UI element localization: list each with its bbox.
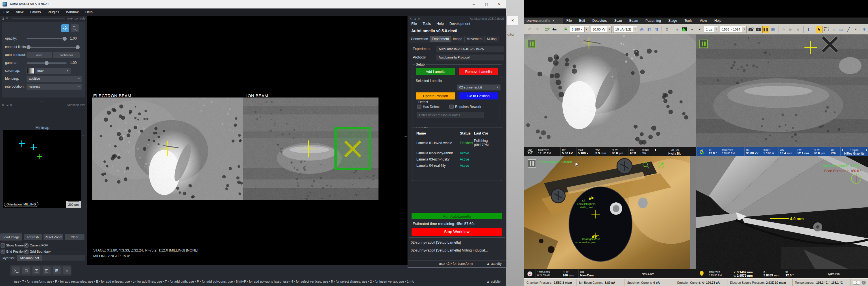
pan-zoom-mode-icon[interactable]: [61, 24, 69, 32]
float-dock-icon[interactable]: ⧉: [6, 17, 8, 20]
grid-view-icon[interactable]: ⊞: [53, 266, 61, 275]
menu-tools[interactable]: Tools: [681, 19, 696, 23]
histogram-icon[interactable]: [681, 26, 688, 33]
reset-zoom-button[interactable]: Reset Zoom: [43, 234, 63, 240]
notification-badge[interactable]: 0 i: [850, 279, 868, 286]
dwell-time-combo[interactable]: 1 µs▼: [704, 26, 718, 33]
blending-dropdown[interactable]: additive▼: [27, 76, 82, 82]
stage-move-icon[interactable]: [551, 26, 558, 33]
menu-window[interactable]: Window: [63, 10, 82, 14]
load-image-button[interactable]: Load Image: [0, 233, 22, 240]
activity-toggle[interactable]: ▲ activity: [486, 280, 500, 283]
protocol-field[interactable]: AutoLamella Protocol: [436, 55, 504, 60]
thermoscientific-logo[interactable]: thermoscientific ▼: [524, 18, 563, 24]
has-defect-checkbox[interactable]: [417, 105, 422, 109]
close-icon[interactable]: ✕: [493, 0, 506, 8]
pause-acquisition-icon[interactable]: ❚❚: [762, 26, 769, 33]
snapshot-icon[interactable]: [755, 26, 762, 33]
ion-beam-icon[interactable]: [562, 26, 568, 33]
menu-file[interactable]: File: [563, 19, 576, 23]
maximize-icon[interactable]: ▢: [480, 0, 493, 8]
pause-badge[interactable]: [528, 159, 536, 168]
dock-resize-handle[interactable]: ⋮: [83, 134, 85, 137]
full-frame-icon[interactable]: ◨: [653, 26, 660, 33]
quad4-ccd-image[interactable]: Scan Rotation E: 180.0 ° Scan Rotation I…: [696, 156, 868, 278]
crossover-icon[interactable]: ◎: [638, 26, 645, 33]
ion-beam-image[interactable]: [243, 97, 378, 200]
cryo-icon[interactable]: ❄: [861, 26, 868, 33]
high-voltage-combo[interactable]: 30.00 kV▼: [591, 26, 612, 33]
cup-icon[interactable]: ◇: [780, 26, 787, 33]
menu-tools[interactable]: Tools: [423, 22, 431, 26]
close-dock-icon[interactable]: ✕: [409, 17, 412, 20]
auto-contrast-once-button[interactable]: once: [27, 52, 52, 58]
reduced-area-icon[interactable]: ◧: [646, 26, 652, 33]
float-dock-icon[interactable]: ⧉: [418, 17, 420, 20]
close-dock-icon[interactable]: ✕: [2, 104, 4, 107]
snapshot-timed-icon[interactable]: [748, 26, 754, 33]
dwell-plus-icon[interactable]: +: [696, 26, 703, 33]
measure-icon[interactable]: ╱: [845, 26, 852, 33]
menu-file[interactable]: File: [0, 10, 12, 14]
tab-minimap-plot[interactable]: Minimap Plot: [17, 255, 42, 261]
transpose-icon[interactable]: ◳: [43, 266, 51, 275]
quad1-electron-image[interactable]: 1/23/20268:21:35 PM HV5.00 kV mag ▫5 180…: [524, 34, 696, 156]
menu-view[interactable]: View: [12, 10, 27, 14]
update-position-button[interactable]: Update Position: [416, 92, 455, 99]
add-lamella-button[interactable]: Add Lamella: [416, 68, 455, 75]
ndisplay-toggle-icon[interactable]: □: [22, 266, 30, 275]
patterning-stop-icon[interactable]: ■: [795, 26, 802, 33]
more-tools-icon[interactable]: ▼: [852, 26, 859, 33]
select-cursor-icon[interactable]: [816, 26, 823, 33]
tab-connection[interactable]: Connection: [409, 36, 430, 42]
grid-positions-checkbox[interactable]: [1, 250, 5, 254]
dock-resize-handle[interactable]: ⋯: [39, 99, 43, 103]
menu-help[interactable]: Help: [82, 10, 96, 14]
rect-pattern-icon[interactable]: ▭: [838, 26, 844, 33]
stop-workflow-button[interactable]: Stop Workflow: [411, 228, 502, 236]
activity-toggle[interactable]: ▲ activity: [486, 262, 502, 266]
marquee-icon[interactable]: [823, 26, 830, 33]
hide-dock-icon[interactable]: ◪: [2, 17, 4, 20]
electron-beam-image[interactable]: [92, 97, 243, 200]
tab-image[interactable]: Image: [451, 36, 464, 42]
contrast-brightness-icon[interactable]: ◐: [674, 26, 681, 33]
tab-movement[interactable]: Movement: [464, 36, 485, 42]
opacity-slider[interactable]: [27, 38, 67, 39]
tab-milling[interactable]: Milling: [485, 36, 499, 42]
transform-mode-icon[interactable]: [71, 24, 79, 32]
defect-notes-input[interactable]: [417, 112, 484, 118]
dock-resize-handle[interactable]: ⋮: [404, 135, 406, 138]
import-icon[interactable]: ⬇: [805, 26, 812, 33]
pause-badge[interactable]: [700, 39, 708, 48]
autofocus-icon[interactable]: ⧗: [663, 26, 670, 33]
run-autolamella-button[interactable]: Run AutoLamella: [411, 213, 502, 219]
hide-dock-icon[interactable]: ◪: [413, 17, 416, 20]
colormap-dropdown[interactable]: gray▼: [35, 68, 71, 74]
hide-dock-icon[interactable]: ◪: [6, 104, 8, 107]
console-icon[interactable]: >_: [12, 266, 20, 275]
current-fov-checkbox[interactable]: [24, 243, 29, 248]
menu-plugins[interactable]: Plugins: [44, 10, 63, 14]
close-icon[interactable]: ✕: [507, 16, 518, 25]
minimize-icon[interactable]: ─: [467, 0, 480, 8]
minimap-canvas[interactable]: Orientation: MILLING 200 µm: [3, 130, 81, 208]
clear-button[interactable]: Clear: [65, 234, 85, 240]
grid-boundary-checkbox[interactable]: [24, 250, 29, 254]
resolution-combo[interactable]: 1536 × 1024▼: [720, 26, 746, 33]
requires-rework-checkbox[interactable]: [450, 105, 454, 109]
menu-view[interactable]: View: [696, 19, 711, 23]
menu-stage[interactable]: Stage: [664, 19, 681, 23]
beam-current-combo[interactable]: 10 pA (1/2)▼: [613, 26, 637, 33]
menu-scan[interactable]: Scan: [610, 19, 625, 23]
menu-help[interactable]: Help: [436, 22, 444, 26]
show-names-checkbox[interactable]: [1, 243, 5, 248]
patterning-start-icon[interactable]: ▶: [787, 26, 794, 33]
float-dock-icon[interactable]: ⧉: [10, 103, 12, 107]
auto-contrast-continuous-button[interactable]: continuous: [53, 52, 80, 58]
dwell-minus-icon[interactable]: −: [689, 26, 695, 33]
home-icon[interactable]: ⌂: [63, 266, 71, 275]
magnification-combo[interactable]: 5 180 ×▼: [570, 26, 589, 33]
interpolation-dropdown[interactable]: nearest▼: [27, 84, 82, 90]
remove-lamella-button[interactable]: Remove Lamella: [459, 68, 498, 75]
